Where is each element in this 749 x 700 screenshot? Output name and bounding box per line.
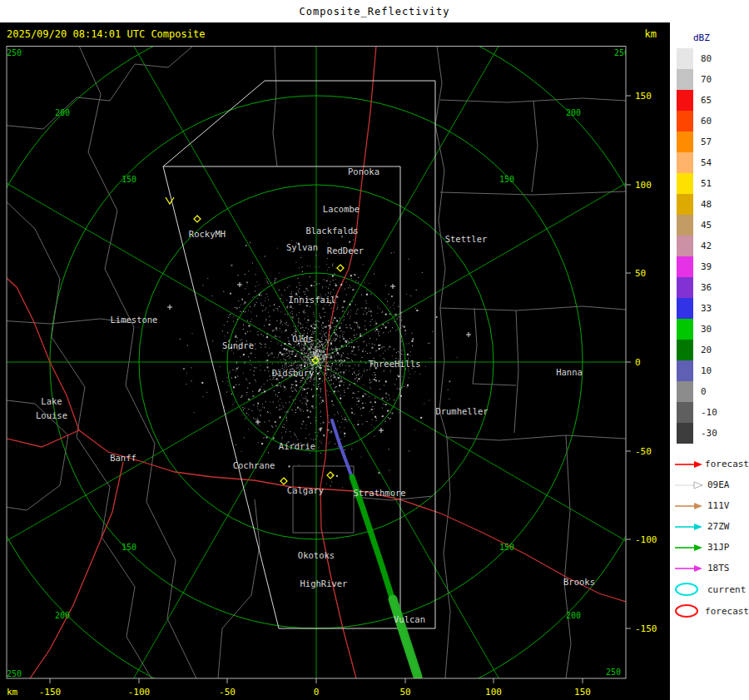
city-labels: PonokaLacombeBlackfaldsSylvanRedDeerStet… xyxy=(36,166,595,624)
city-label: Sylvan xyxy=(286,242,318,252)
ring-distance-label: 200 xyxy=(55,611,70,620)
city-label: Hanna xyxy=(556,367,583,377)
dbz-level-value: 51 xyxy=(701,178,712,189)
radar-map-display[interactable]: PonokaLacombeBlackfaldsSylvanRedDeerStet… xyxy=(0,46,670,700)
bottom-axis-label: -100 xyxy=(128,687,151,698)
ring-distance-label: 150 xyxy=(499,543,514,552)
dbz-level-row: 48 xyxy=(677,194,749,215)
city-label: Calgary xyxy=(287,485,324,495)
city-label: Olds xyxy=(292,334,313,344)
dbz-color-swatch xyxy=(677,90,693,111)
track-label: 31JP xyxy=(707,542,730,553)
track-arrow-icon xyxy=(673,501,705,511)
dbz-color-swatch xyxy=(677,48,693,69)
precip-streak-echo xyxy=(332,420,419,678)
dbz-color-swatch xyxy=(677,423,693,444)
dbz-level-row: 54 xyxy=(677,152,749,173)
bottom-axis-label: 100 xyxy=(485,687,502,698)
track-legend-row: 18TS xyxy=(673,558,749,578)
dbz-color-swatch xyxy=(677,277,693,298)
dbz-level-value: 48 xyxy=(701,199,712,210)
city-label: Cochrane xyxy=(233,460,275,470)
dbz-level-row: 39 xyxy=(677,256,749,277)
ring-distance-label: 250 xyxy=(7,669,22,678)
cell-ellipse-icon xyxy=(673,603,702,619)
right-axis-label: 150 xyxy=(635,91,652,102)
dbz-level-value: 45 xyxy=(701,220,712,231)
dbz-color-swatch xyxy=(677,381,693,402)
bottom-axis-label: -150 xyxy=(39,687,62,698)
dbz-level-row: 80 xyxy=(677,48,749,69)
right-axis-label: 100 xyxy=(635,180,652,191)
dbz-level-value: 20 xyxy=(701,345,712,355)
track-legend-row: 27ZW xyxy=(673,516,749,537)
station-diamond-markers xyxy=(166,197,344,484)
axis-unit-top-right: km xyxy=(645,28,657,40)
dbz-level-row: 30 xyxy=(677,319,749,340)
dbz-level-row: 20 xyxy=(677,340,749,360)
track-legend-row: 31JP xyxy=(673,537,749,558)
dbz-level-row: 51 xyxy=(677,173,749,194)
window-title: Composite_Reflectivity xyxy=(300,6,450,17)
dbz-color-swatch xyxy=(677,340,693,360)
city-label: Strathmore xyxy=(353,488,405,498)
dbz-level-value: -30 xyxy=(701,428,717,439)
dbz-color-swatch xyxy=(677,236,693,256)
city-label: Sundre xyxy=(222,340,254,350)
dbz-level-row: 57 xyxy=(677,132,749,152)
track-label: forecast xyxy=(705,459,749,469)
dbz-level-row: 33 xyxy=(677,298,749,319)
dbz-color-swatch xyxy=(677,319,693,340)
track-legend-row: 111V xyxy=(673,495,749,516)
city-label: RockyMH xyxy=(189,229,226,239)
dbz-color-swatch xyxy=(677,194,693,215)
city-label: Innisfail xyxy=(289,295,336,305)
city-label: HighRiver xyxy=(300,578,348,588)
dbz-level-row: 70 xyxy=(677,69,749,90)
right-axis-label: -150 xyxy=(635,623,657,634)
city-label: ThreeHills xyxy=(368,359,420,369)
bottom-axis-label: 150 xyxy=(574,687,591,698)
dbz-level-row: -10 xyxy=(677,402,749,423)
city-label: Brooks xyxy=(563,577,595,587)
right-axis-label: -50 xyxy=(635,446,652,457)
caret-marker xyxy=(166,197,174,204)
track-legend-row: 09EA xyxy=(673,474,749,495)
radar-app-window: Composite_Reflectivity 2025/09/20 08:14:… xyxy=(0,0,749,700)
track-arrow-icon xyxy=(673,480,705,490)
track-label: 09EA xyxy=(707,479,730,490)
track-arrow-icon xyxy=(673,563,705,573)
city-label: Drumheller xyxy=(435,406,488,416)
timestamp-label: 2025/09/20 08:14:01 UTC Composite xyxy=(7,28,205,40)
track-arrow-icon xyxy=(673,459,702,469)
city-label: Okotoks xyxy=(298,550,335,560)
dbz-level-row: 42 xyxy=(677,236,749,256)
city-label: RedDeer xyxy=(327,246,364,256)
bottom-axis-label: -50 xyxy=(219,687,236,698)
right-axis-label: 50 xyxy=(635,268,646,279)
dbz-level-value: 70 xyxy=(701,74,712,85)
track-arrow-icon xyxy=(673,543,705,553)
dbz-level-row: 65 xyxy=(677,90,749,111)
legend-unit-label: dBZ xyxy=(693,32,749,43)
city-label: Lake xyxy=(41,396,62,406)
track-label: 27ZW xyxy=(707,521,730,532)
bottom-axis-label: 50 xyxy=(399,687,410,698)
dbz-color-swatch xyxy=(677,132,693,152)
dbz-color-swatch xyxy=(677,402,693,423)
dbz-level-row: 10 xyxy=(677,360,749,381)
ring-distance-label: 250 xyxy=(7,48,22,57)
dbz-level-value: 42 xyxy=(701,241,712,251)
bottom-axis-label: 0 xyxy=(314,687,320,698)
ring-distance-label: 250 xyxy=(606,668,621,677)
dbz-level-row: 60 xyxy=(677,111,749,132)
ring-distance-label: 200 xyxy=(55,108,70,117)
track-legend-row: forecast xyxy=(673,454,749,474)
bottom-axis: -150-100-50050100150km xyxy=(7,678,591,698)
city-label: Ponoka xyxy=(348,166,379,176)
city-label: Limestone xyxy=(111,315,158,325)
city-label: Lacombe xyxy=(323,204,360,214)
window-title-bar: Composite_Reflectivity xyxy=(0,0,749,22)
dbz-level-value: 33 xyxy=(701,303,712,314)
ring-distance-label: 200 xyxy=(566,611,581,620)
